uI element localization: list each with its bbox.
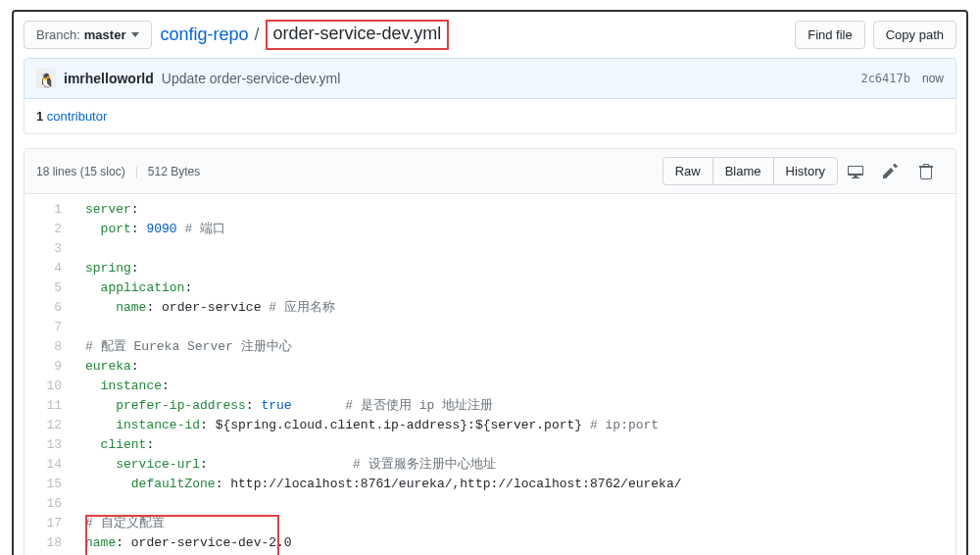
line-content	[74, 494, 93, 514]
branch-switch-button[interactable]: Branch: master	[24, 21, 152, 49]
line-number: 8	[24, 337, 74, 357]
code-area: 1server:2 port: 9090 # 端口3 4spring:5 app…	[24, 194, 956, 555]
line-number: 3	[24, 239, 74, 259]
line-number: 6	[24, 298, 74, 318]
trash-icon[interactable]	[908, 158, 944, 185]
code-line: 12 instance-id: ${spring.cloud.client.ip…	[24, 416, 956, 435]
breadcrumb-repo-link[interactable]: config-repo	[160, 25, 248, 45]
line-number: 17	[24, 514, 74, 533]
commit-bar: 🐧 imrhelloworld Update order-service-dev…	[24, 58, 956, 99]
breadcrumb: config-repo / order-service-dev.yml	[160, 20, 449, 50]
blame-button[interactable]: Blame	[712, 157, 774, 185]
line-number: 9	[24, 357, 74, 377]
commit-message[interactable]: Update order-service-dev.yml	[162, 71, 341, 86]
code-line: 8# 配置 Eureka Server 注册中心	[24, 337, 956, 357]
commit-sha[interactable]: 2c6417b	[860, 72, 910, 85]
line-content: defaultZone: http://localhost:8761/eurek…	[74, 475, 682, 494]
contributors-link[interactable]: 1 contributor	[36, 109, 107, 124]
avatar: 🐧	[36, 69, 56, 88]
line-number: 13	[24, 435, 74, 455]
code-line: 2 port: 9090 # 端口	[24, 220, 956, 239]
line-content: # 配置 Eureka Server 注册中心	[74, 337, 292, 357]
line-number: 16	[24, 494, 74, 514]
pencil-icon[interactable]	[873, 158, 908, 185]
line-content: application:	[74, 278, 192, 298]
line-number: 18	[24, 533, 74, 553]
raw-button[interactable]: Raw	[662, 157, 713, 185]
line-content: instance-id: ${spring.cloud.client.ip-ad…	[74, 416, 659, 435]
code-line: 11 prefer-ip-address: true # 是否使用 ip 地址注…	[24, 396, 956, 416]
line-content: service-url: # 设置服务注册中心地址	[74, 455, 496, 475]
file-size: 512 Bytes	[148, 165, 200, 178]
copy-path-button[interactable]: Copy path	[873, 21, 956, 49]
line-content: name: order-service-dev-2.0	[74, 533, 292, 553]
code-line: 5 application:	[24, 278, 956, 298]
code-line: 1server:	[24, 200, 956, 220]
code-line: 18name: order-service-dev-2.0	[24, 533, 956, 553]
line-content: spring:	[74, 259, 139, 278]
code-line: 14 service-url: # 设置服务注册中心地址	[24, 455, 956, 475]
branch-name: master	[84, 27, 126, 42]
desktop-icon[interactable]	[838, 158, 873, 185]
line-content: client:	[74, 435, 154, 455]
code-line: 7	[24, 318, 956, 337]
line-number: 12	[24, 416, 74, 435]
line-content	[74, 318, 93, 337]
commit-time: now	[922, 72, 944, 85]
line-number: 10	[24, 377, 74, 396]
file-box: 18 lines (15 sloc) | 512 Bytes Raw Blame…	[24, 148, 956, 555]
line-content: eureka:	[74, 357, 139, 377]
line-content: server:	[74, 200, 139, 220]
line-content: port: 9090 # 端口	[74, 220, 225, 239]
code-line: 10 instance:	[24, 377, 956, 396]
breadcrumb-filename: order-service-dev.yml	[266, 20, 450, 50]
code-line: 3	[24, 239, 956, 259]
find-file-button[interactable]: Find file	[795, 21, 865, 49]
line-number: 11	[24, 396, 74, 416]
code-line: 13 client:	[24, 435, 956, 455]
line-number: 1	[24, 200, 74, 220]
code-line: 17# 自定义配置	[24, 514, 956, 533]
breadcrumb-separator: /	[255, 25, 260, 45]
code-line: 9eureka:	[24, 357, 956, 377]
line-number: 2	[24, 220, 74, 239]
line-content: # 自定义配置	[74, 514, 165, 533]
line-content	[74, 239, 93, 259]
file-lines-count: 18 lines (15 sloc)	[36, 165, 125, 178]
line-number: 5	[24, 278, 74, 298]
line-number: 4	[24, 259, 74, 278]
line-number: 7	[24, 318, 74, 337]
line-number: 14	[24, 455, 74, 475]
file-header: 18 lines (15 sloc) | 512 Bytes Raw Blame…	[24, 149, 956, 194]
code-line: 6 name: order-service # 应用名称	[24, 298, 956, 318]
line-content: prefer-ip-address: true # 是否使用 ip 地址注册	[74, 396, 493, 416]
code-line: 15 defaultZone: http://localhost:8761/eu…	[24, 475, 956, 494]
line-content: instance:	[74, 377, 170, 396]
commit-author[interactable]: imrhelloworld	[64, 71, 154, 86]
line-content: name: order-service # 应用名称	[74, 298, 335, 318]
history-button[interactable]: History	[773, 157, 838, 185]
line-number: 15	[24, 475, 74, 494]
code-line: 16	[24, 494, 956, 514]
code-line: 4spring:	[24, 259, 956, 278]
branch-label: Branch:	[36, 27, 80, 42]
caret-down-icon	[131, 32, 139, 37]
contributors-bar: 1 contributor	[24, 99, 956, 134]
